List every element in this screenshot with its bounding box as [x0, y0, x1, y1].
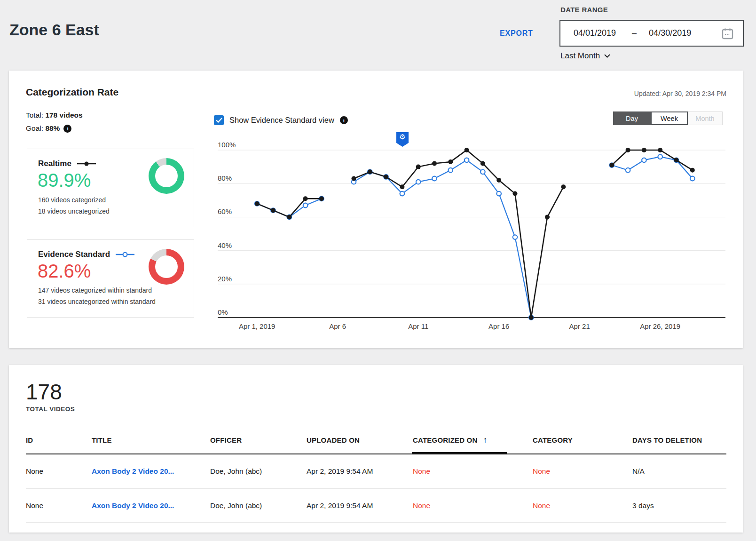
evidence-view-info-icon[interactable]: i: [340, 116, 348, 124]
realtime-categorized-count: 160 videos categorized: [38, 196, 106, 204]
svg-text:100%: 100%: [218, 141, 236, 149]
column-header-title[interactable]: TITLE: [92, 436, 210, 444]
column-header-categorized-on[interactable]: CATEGORIZED ON ↑: [413, 435, 533, 445]
evidence-uncategorized-count: 31 videos uncategorized within standard: [38, 298, 156, 305]
evidence-standard-legend-icon: [116, 252, 134, 257]
evidence-donut-chart: [149, 249, 184, 285]
column-header-id[interactable]: ID: [26, 436, 92, 444]
toggle-day-button[interactable]: Day: [613, 111, 651, 125]
end-date-value[interactable]: 04/30/2019: [649, 28, 691, 38]
sort-ascending-icon: ↑: [483, 435, 488, 445]
total-videos-count: 178: [26, 379, 62, 405]
date-preset-dropdown[interactable]: Last Month: [560, 51, 610, 61]
evidence-categorized-count: 147 videos categorized within standard: [38, 286, 152, 294]
date-separator: –: [632, 28, 637, 38]
show-evidence-view-label: Show Evidence Standard view: [229, 116, 334, 125]
calendar-icon[interactable]: [722, 28, 733, 42]
evidence-standard-percent: 82.6%: [38, 261, 91, 282]
realtime-uncategorized-count: 18 videos uncategorized: [38, 207, 110, 215]
svg-text:60%: 60%: [218, 207, 232, 215]
realtime-label: Realtime: [38, 159, 71, 168]
total-videos-line: Total: 178 videos: [26, 111, 83, 119]
svg-text:Apr 11: Apr 11: [408, 322, 428, 330]
updated-timestamp: Updated: Apr 30, 2019 2:34 PM: [491, 90, 726, 97]
show-evidence-view-checkbox[interactable]: [214, 115, 224, 125]
cell-category: None: [533, 467, 632, 476]
svg-text:40%: 40%: [218, 241, 232, 249]
date-range-label: DATE RANGE: [560, 6, 608, 14]
svg-text:80%: 80%: [218, 174, 232, 182]
realtime-percent: 89.9%: [38, 170, 91, 191]
total-videos-count-label: TOTAL VIDEOS: [26, 406, 75, 413]
toggle-week-button[interactable]: Week: [651, 111, 688, 125]
realtime-legend-icon: [77, 161, 96, 167]
column-header-category[interactable]: CATEGORY: [533, 436, 632, 444]
goal-info-icon[interactable]: i: [63, 125, 71, 133]
goal-line: Goal: 88% i: [26, 124, 71, 133]
cell-officer: Doe, John (abc): [210, 467, 307, 476]
svg-text:20%: 20%: [218, 275, 232, 283]
cell-categorized-on: None: [413, 501, 533, 510]
categorization-rate-chart: 0%20%40%60%80%100%Apr 1, 2019Apr 6Apr 11…: [209, 131, 740, 335]
table-header-row: ID TITLE OFFICER UPLOADED ON CATEGORIZED…: [26, 433, 726, 447]
column-header-uploaded-on[interactable]: UPLOADED ON: [307, 436, 413, 444]
cell-days-to-deletion: 3 days: [632, 501, 726, 510]
svg-text:Apr 26, 2019: Apr 26, 2019: [640, 322, 680, 330]
cell-categorized-on: None: [413, 467, 533, 476]
categorization-rate-title: Categorization Rate: [26, 87, 118, 98]
table-row: None Axon Body 2 Video 20... Doe, John (…: [26, 454, 726, 488]
svg-text:0%: 0%: [218, 308, 228, 316]
video-title-link[interactable]: Axon Body 2 Video 20...: [92, 501, 210, 510]
chevron-down-icon: [604, 54, 610, 58]
date-preset-value: Last Month: [560, 51, 600, 61]
goal-value: 88%: [45, 124, 60, 132]
show-evidence-view-row: Show Evidence Standard view i: [214, 115, 348, 125]
start-date-value[interactable]: 04/01/2019: [574, 28, 616, 38]
cell-uploaded-on: Apr 2, 2019 9:54 AM: [307, 467, 413, 476]
interval-toggle: Day Week Month: [613, 111, 723, 125]
cell-id: None: [26, 467, 92, 476]
dashboard-page: Zone 6 East EXPORT DATE RANGE 04/01/2019…: [0, 0, 756, 541]
cell-id: None: [26, 501, 92, 510]
export-button[interactable]: EXPORT: [500, 29, 533, 38]
evidence-standard-stat-card: Evidence Standard 82.6% 147 videos categ…: [27, 239, 194, 318]
cell-days-to-deletion: N/A: [632, 467, 726, 476]
video-title-link[interactable]: Axon Body 2 Video 20...: [92, 467, 210, 476]
row-separator: [26, 522, 726, 523]
check-icon: [216, 118, 222, 123]
svg-text:Apr 1, 2019: Apr 1, 2019: [239, 322, 276, 330]
svg-text:Apr 6: Apr 6: [329, 322, 346, 330]
column-header-days-to-deletion[interactable]: DAYS TO DELETION: [632, 436, 726, 444]
date-range-input[interactable]: 04/01/2019 – 04/30/2019: [559, 20, 744, 47]
svg-text:Apr 21: Apr 21: [569, 322, 590, 330]
realtime-donut-chart: [149, 158, 184, 194]
evidence-standard-label: Evidence Standard: [38, 250, 110, 259]
total-videos-value: 178 videos: [45, 111, 82, 119]
page-title: Zone 6 East: [9, 21, 99, 39]
realtime-stat-card: Realtime 89.9% 160 videos categorized 18…: [27, 149, 194, 227]
cell-category: None: [533, 501, 632, 510]
cell-officer: Doe, John (abc): [210, 501, 307, 510]
svg-text:Apr 16: Apr 16: [488, 322, 509, 330]
column-header-officer[interactable]: OFFICER: [210, 436, 307, 444]
cell-uploaded-on: Apr 2, 2019 9:54 AM: [307, 501, 413, 510]
toggle-month-button[interactable]: Month: [688, 111, 723, 125]
table-row: None Axon Body 2 Video 20... Doe, John (…: [26, 489, 726, 523]
